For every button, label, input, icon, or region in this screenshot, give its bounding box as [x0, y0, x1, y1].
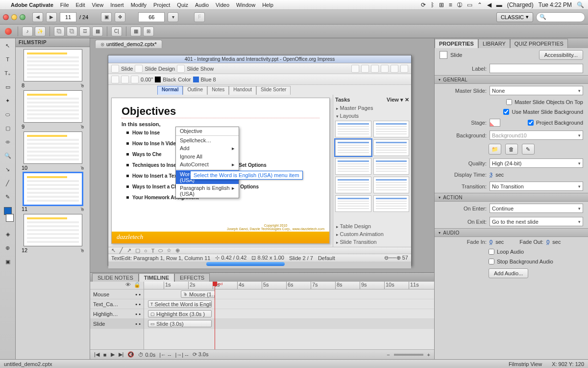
task-view-button[interactable]: View	[387, 97, 399, 103]
impress-design-label[interactable]: Slide Design	[145, 66, 175, 72]
paste-button[interactable]: ⿻	[67, 26, 77, 36]
layout-thumb[interactable]	[335, 158, 371, 175]
app-name[interactable]: Adobe Captivate	[11, 2, 53, 8]
mute-button[interactable]: 🔇	[127, 351, 134, 358]
slide-canvas[interactable]: 401 - Integrating Media and Interactivit…	[108, 55, 412, 266]
display-time-value[interactable]: 3	[490, 172, 492, 178]
impress-button[interactable]	[351, 65, 359, 73]
mouse-tool[interactable]: ↘	[2, 164, 13, 175]
impress-button[interactable]	[131, 76, 139, 83]
playhead[interactable]	[215, 282, 215, 349]
impress-width[interactable]: 0.00"	[141, 77, 153, 82]
current-slide-input[interactable]	[60, 12, 76, 22]
ffwd-button[interactable]: ▶|	[119, 351, 124, 358]
bg-browse-button[interactable]: 📁	[489, 144, 501, 155]
play-button[interactable]: ▶	[111, 351, 115, 358]
close-window-button[interactable]	[3, 14, 9, 20]
track-header[interactable]: Highligh…• •	[90, 309, 144, 319]
slide-thumb[interactable]: 9🖱	[18, 90, 88, 130]
clock[interactable]: Tue 4:22 PM	[539, 1, 572, 8]
audio-button[interactable]: ♪	[22, 26, 33, 36]
layout-thumb[interactable]	[335, 139, 371, 156]
tab-timeline[interactable]: TIMELINE	[139, 273, 174, 282]
zoom-dropdown[interactable]: ▾	[168, 12, 178, 22]
prev-slide-button[interactable]: ◀	[32, 12, 43, 22]
zoom-slider[interactable]	[394, 354, 423, 356]
clip-highlight[interactable]: ▢ Highlight Box (3.0s )	[148, 310, 212, 317]
hand-button[interactable]: ✥	[115, 12, 125, 22]
layout-thumb[interactable]	[373, 121, 410, 137]
clickbox-tool[interactable]: ▢	[2, 123, 13, 133]
tab-properties[interactable]: PROPERTIES	[435, 39, 478, 48]
rewind-button[interactable]: |◀	[94, 351, 99, 358]
menu-help[interactable]: Help	[262, 2, 273, 8]
ctx-add[interactable]: Add▸	[176, 144, 239, 153]
task-custom-anim[interactable]: ▸ Custom Animation	[334, 230, 410, 238]
slidelet-tool[interactable]: ▣	[2, 256, 13, 267]
search-input[interactable]: 🔍	[536, 12, 585, 22]
task-layouts[interactable]: ▾ Layouts	[334, 112, 410, 120]
track-header[interactable]: Slide• •	[90, 319, 144, 329]
slide-thumb[interactable]: 12🖱	[18, 214, 88, 253]
timeline-ruler[interactable]: 1s 2s 3s 4s 5s 6s 7s 8s 9s 10s 11s	[144, 282, 434, 289]
ctx-autocorrect[interactable]: AutoCorrect▸	[176, 160, 239, 169]
impress-button[interactable]	[177, 65, 185, 73]
menu-modify[interactable]: Modify	[131, 2, 147, 8]
impress-button[interactable]	[391, 65, 398, 73]
menu-quiz[interactable]: Quiz	[177, 2, 188, 8]
impress-button[interactable]	[361, 65, 369, 73]
battery-icon[interactable]: ▬	[496, 1, 502, 8]
track-header[interactable]: Mouse• •	[90, 289, 144, 299]
stop-button[interactable]: ■	[103, 352, 107, 358]
menu-file[interactable]: File	[60, 2, 69, 8]
black-swatch-icon[interactable]	[155, 77, 161, 82]
menu-edit[interactable]: Edit	[76, 2, 85, 8]
chk-loop-audio[interactable]: Loop Audio	[489, 249, 524, 255]
layout-thumb[interactable]	[335, 121, 371, 137]
next-slide-button[interactable]: ▶	[46, 12, 57, 22]
impress-button[interactable]	[400, 65, 408, 73]
master-slide-select[interactable]: None	[490, 86, 583, 95]
task-master-pages[interactable]: ▸ Master Pages	[334, 104, 410, 112]
fadeout-value[interactable]: 0	[546, 239, 549, 245]
animation-tool[interactable]: ◈	[2, 229, 13, 239]
menu-view[interactable]: View	[92, 2, 104, 8]
layout-thumb[interactable]	[373, 158, 410, 175]
impress-button[interactable]	[135, 65, 143, 73]
task-slide-trans[interactable]: ▸ Slide Transition	[334, 238, 410, 246]
impress-black-label[interactable]: Black	[163, 77, 176, 82]
highlight-tool[interactable]: ✦	[2, 95, 13, 106]
spaces-icon[interactable]: ⊞	[439, 1, 444, 8]
impress-slide[interactable]: Objectives In this session, How to Inse …	[111, 98, 330, 244]
section-action[interactable]: ACTION	[435, 193, 588, 202]
clip-textcaption[interactable]: T Select the Word is English …	[148, 300, 212, 308]
textentry-tool[interactable]: ⌯	[2, 136, 13, 147]
impress-button[interactable]	[111, 65, 119, 73]
timeline-area[interactable]: 1s 2s 3s 4s 5s 6s 7s 8s 9s 10s 11s 🖱 Mou…	[144, 282, 434, 349]
button-tool[interactable]: ⬭	[2, 109, 13, 120]
layout-thumb[interactable]	[373, 139, 410, 156]
fadein-value[interactable]: 0	[490, 239, 492, 245]
document-tab[interactable]: ⊗untitled_demo2.cptx*	[95, 40, 162, 48]
label-input[interactable]	[490, 64, 583, 73]
spotlight-icon[interactable]: 🔍	[577, 1, 584, 8]
section-audio[interactable]: AUDIO	[435, 228, 588, 237]
impress-tab-outline[interactable]: Outline	[183, 86, 207, 95]
video-tool[interactable]: ▭	[2, 81, 13, 92]
add-audio-button[interactable]: Add Audio...	[489, 268, 528, 278]
impress-blue-label[interactable]: Blue 8	[201, 77, 216, 82]
layout-thumb[interactable]	[335, 177, 371, 193]
timemachine-icon[interactable]: ➀	[457, 1, 462, 8]
text-caption-tool[interactable]: T	[2, 54, 13, 65]
impress-tab-notes[interactable]: Notes	[207, 86, 229, 95]
effects-button[interactable]: ✨	[35, 26, 46, 36]
task-table-design[interactable]: ▸ Table Design	[334, 222, 410, 230]
rollover-tool[interactable]: T₊	[2, 68, 13, 79]
workspace-switcher[interactable]: CLASSIC▾	[496, 12, 533, 22]
menu-video[interactable]: Video	[216, 2, 229, 8]
chk-use-master-bg[interactable]: Use Master Slide Background	[503, 109, 583, 115]
ctx-ignore[interactable]: Ignore All	[176, 153, 239, 160]
tab-slide-notes[interactable]: SLIDE NOTES	[92, 273, 139, 282]
caption-button[interactable]: C|	[111, 26, 122, 36]
zoom-window-button[interactable]	[20, 14, 25, 20]
